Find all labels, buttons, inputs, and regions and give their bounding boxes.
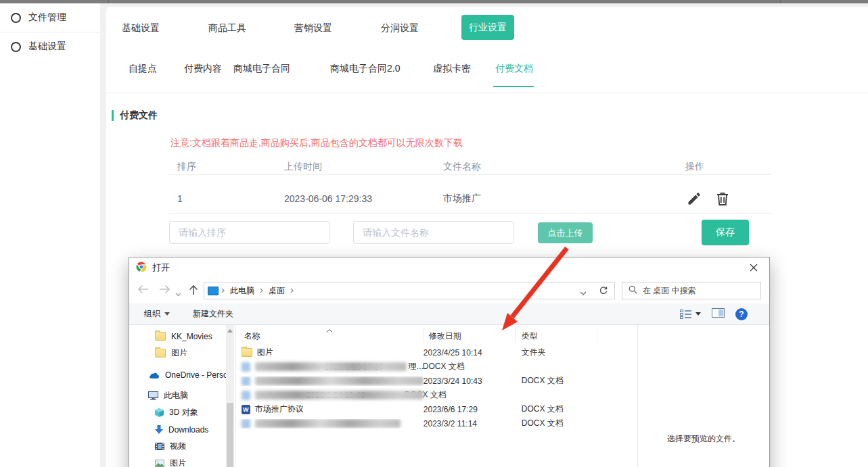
tab-profit-settings[interactable]: 分润设置	[381, 22, 419, 34]
table-row: 1 2023-06-06 17:29:33 市场推广	[177, 189, 731, 208]
file-row[interactable]: W市场推广协议 2023/6/6 17:29 DOCX 文档	[236, 402, 639, 416]
radio-circle-icon	[11, 42, 21, 52]
breadcrumb-desktop[interactable]: 桌面	[265, 285, 289, 297]
view-mode-dropdown[interactable]	[680, 310, 701, 319]
redacted-name-blur	[255, 376, 424, 385]
upload-button[interactable]: 点击上传	[538, 222, 593, 243]
tab-marketing-settings[interactable]: 营销设置	[294, 22, 332, 34]
tree-item-label: 图片	[171, 347, 187, 359]
col-header-date-modified[interactable]: 修改日期	[429, 330, 461, 342]
notice-text: 注意:文档跟着商品走,商品购买后,商品包含的文档都可以无限次数下载	[170, 137, 463, 149]
back-icon[interactable]	[137, 285, 149, 297]
search-box[interactable]: 在 桌面 中搜索	[622, 282, 761, 299]
topbar-divider	[108, 0, 109, 3]
tree-item-pictures[interactable]: 图片	[129, 455, 235, 467]
scrollbar-thumb[interactable]	[227, 403, 233, 467]
dropdown-caret-icon	[695, 312, 701, 316]
tree-scrollbar[interactable]	[226, 325, 234, 467]
tab-basic-settings[interactable]: 基础设置	[122, 22, 160, 34]
new-folder-button[interactable]: 新建文件夹	[193, 308, 233, 320]
close-icon[interactable]	[744, 260, 764, 275]
section-title: 付费文件	[120, 109, 158, 122]
column-separator[interactable]	[597, 328, 597, 343]
tree-item-videos[interactable]: 视频	[129, 438, 235, 455]
dialog-toolbar: 组织 新建文件夹 ?	[129, 303, 769, 325]
column-separator[interactable]	[424, 328, 424, 343]
tree-item-label: KK_Movies	[171, 332, 212, 341]
save-button[interactable]: 保存	[702, 220, 749, 245]
tree-item-kk-movies[interactable]: KK_Movies	[129, 328, 235, 345]
file-date: 2023/3/24 10:43	[424, 376, 515, 386]
preview-pane-toggle[interactable]	[712, 308, 725, 320]
sidebar-item-label: 文件管理	[28, 11, 66, 24]
file-row[interactable]: 图片 2023/4/25 10:14 文件夹	[236, 345, 639, 360]
preview-pane: 选择要预览的文件。	[637, 325, 769, 467]
dialog-title-bar[interactable]: 打开	[129, 257, 769, 278]
address-dropdown-chevron-icon[interactable]	[580, 289, 587, 298]
col-header-name[interactable]: 名称	[244, 330, 260, 342]
breadcrumb-this-pc[interactable]: 此电脑	[226, 285, 258, 297]
redacted-file-icon	[242, 391, 250, 400]
edit-icon[interactable]	[685, 190, 703, 207]
delete-icon[interactable]	[714, 190, 731, 207]
recent-locations-chevron-icon[interactable]	[175, 287, 181, 299]
subtab-mall-econtract[interactable]: 商城电子合同	[233, 63, 290, 75]
dialog-title: 打开	[152, 262, 170, 274]
file-row-redacted[interactable]: 2023/3/24 10:43 DOCX 文档	[236, 388, 639, 402]
table-header-row: 排序 上传时间 文件名称 操作	[177, 161, 821, 173]
subtab-pickup-point[interactable]: 自提点	[129, 63, 157, 75]
subtab-paid-docs-active[interactable]: 付费文档	[495, 63, 533, 75]
this-pc-icon	[148, 391, 158, 400]
order-input[interactable]	[169, 221, 330, 244]
subtab-paid-content[interactable]: 付费内容	[184, 63, 222, 75]
tree-item-downloads[interactable]: Downloads	[129, 421, 235, 438]
sidebar-item-file-management[interactable]: 文件管理	[0, 3, 100, 32]
forward-icon[interactable]	[159, 285, 170, 297]
redacted-name-blur	[255, 419, 401, 428]
column-separator[interactable]	[515, 328, 516, 343]
folder-tree: KK_Movies 图片 OneDrive - Perso	[129, 325, 235, 467]
file-type: 文件夹	[515, 347, 623, 358]
section-heading: 付费文件	[112, 109, 158, 122]
desktop-location-icon	[208, 287, 219, 295]
file-open-dialog: 打开 此电脑 桌面	[129, 257, 770, 467]
file-type: DOCX 文档	[416, 361, 524, 372]
tree-item-3d-objects[interactable]: 3D 对象	[129, 404, 235, 421]
file-row-redacted[interactable]: 理... 2023/2/16 17:17 DOCX 文档	[236, 360, 639, 374]
tab-product-tools[interactable]: 商品工具	[208, 22, 246, 34]
search-placeholder: 在 桌面 中搜索	[643, 285, 696, 297]
file-row-redacted[interactable]: 2023/3/24 10:43 DOCX 文档	[236, 374, 639, 388]
scroll-up-icon	[227, 329, 233, 333]
address-bar[interactable]: 此电脑 桌面	[204, 282, 593, 299]
col-header-type[interactable]: 类型	[522, 330, 538, 342]
file-type: DOCX 文档	[515, 403, 623, 415]
videos-icon	[155, 443, 164, 450]
tab-industry-settings-active[interactable]: 行业设置	[461, 15, 514, 40]
file-row-redacted[interactable]: 2023/3/2 11:14 DOCX 文档	[236, 416, 639, 431]
file-name: 图片	[257, 347, 273, 358]
redacted-name-blur	[255, 362, 407, 371]
subtab-mall-econtract-2[interactable]: 商城电子合同2.0	[330, 63, 400, 75]
tree-item-pictures-folder[interactable]: 图片	[129, 345, 235, 362]
breadcrumb-chevron-icon	[260, 288, 263, 293]
redacted-file-icon	[242, 419, 250, 428]
sidebar-item-basic-settings[interactable]: 基础设置	[0, 32, 100, 61]
breadcrumb-chevron-icon	[290, 288, 294, 293]
tree-item-this-pc[interactable]: 此电脑	[129, 387, 235, 404]
search-icon	[629, 285, 637, 296]
folder-icon	[242, 348, 252, 357]
organize-dropdown[interactable]: 组织	[144, 308, 170, 320]
sort-ascending-icon	[326, 325, 333, 335]
cell-file-name: 市场推广	[443, 193, 685, 205]
subtab-virtual-card[interactable]: 虚拟卡密	[433, 63, 471, 75]
file-name-input[interactable]	[353, 221, 514, 244]
refresh-button[interactable]	[592, 282, 615, 299]
tabs-divider	[106, 93, 868, 93]
up-icon[interactable]	[189, 285, 198, 298]
tree-item-label: 视频	[170, 441, 186, 452]
tree-item-onedrive[interactable]: OneDrive - Perso	[129, 366, 235, 383]
file-date: 2023/4/25 10:14	[424, 348, 515, 358]
file-list-header: 名称 修改日期 类型	[236, 325, 637, 345]
tree-item-label: 3D 对象	[169, 407, 198, 418]
help-icon[interactable]: ?	[735, 308, 748, 320]
